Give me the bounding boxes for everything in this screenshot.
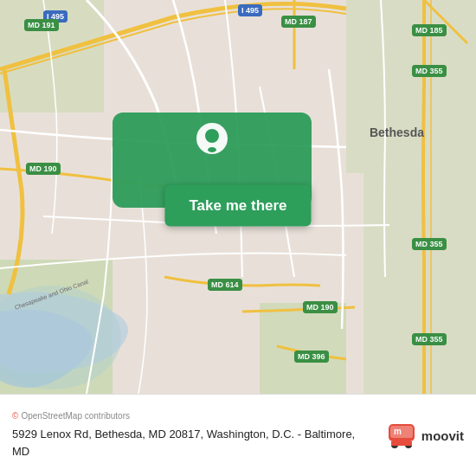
road-label-md190-right: MD 190 bbox=[303, 301, 338, 313]
road-label-md396: MD 396 bbox=[294, 351, 329, 363]
road-label-md355-bot: MD 355 bbox=[412, 333, 447, 345]
copyright-symbol: © bbox=[12, 411, 18, 421]
svg-rect-5 bbox=[260, 303, 346, 394]
moovit-logo: m moovit bbox=[385, 419, 464, 452]
svg-text:m: m bbox=[394, 427, 402, 436]
svg-point-11 bbox=[208, 147, 216, 152]
svg-rect-2 bbox=[346, 0, 476, 173]
road-label-md187: MD 187 bbox=[281, 16, 316, 28]
map-container: Chesapeake and Ohio Canal I 495 I 495 MD… bbox=[0, 0, 476, 394]
copyright-text[interactable]: OpenStreetMap contributors bbox=[21, 411, 130, 421]
svg-rect-16 bbox=[391, 441, 412, 446]
info-text-block: © OpenStreetMap contributors 5929 Lenox … bbox=[12, 411, 375, 460]
road-label-md191: MD 191 bbox=[24, 19, 59, 31]
take-me-there-button[interactable]: Take me there bbox=[164, 184, 311, 226]
moovit-icon: m bbox=[385, 419, 418, 452]
road-label-i495-top: I 495 bbox=[238, 4, 262, 16]
moovit-brand-text: moovit bbox=[421, 428, 464, 443]
road-label-md355-mid: MD 355 bbox=[412, 238, 447, 250]
road-label-md355-top: MD 355 bbox=[412, 65, 447, 77]
svg-point-10 bbox=[205, 129, 219, 143]
road-label-md614: MD 614 bbox=[208, 279, 242, 291]
bethesda-label: Bethesda bbox=[370, 125, 424, 139]
copyright-line: © OpenStreetMap contributors bbox=[12, 411, 375, 421]
road-label-md185: MD 185 bbox=[412, 24, 447, 36]
address-line: 5929 Lenox Rd, Bethesda, MD 20817, Washi… bbox=[12, 426, 375, 460]
info-bar: © OpenStreetMap contributors 5929 Lenox … bbox=[0, 394, 476, 476]
svg-rect-3 bbox=[363, 173, 476, 394]
road-label-md190-left: MD 190 bbox=[26, 163, 61, 175]
